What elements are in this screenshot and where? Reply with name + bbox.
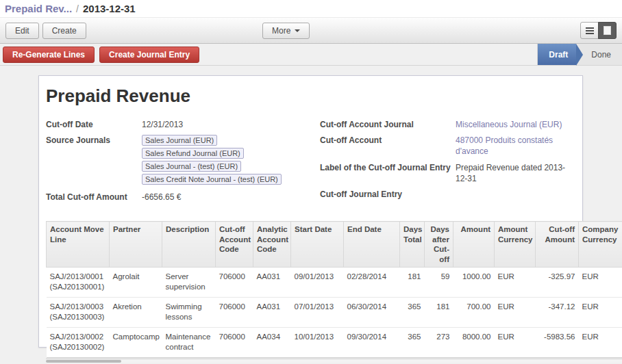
app-window: Prepaid Rev... / 2013-12-31 Edit Create …	[0, 0, 622, 364]
breadcrumb-current: 2013-12-31	[83, 3, 136, 14]
journal-tag: Sales Journal - (test) (EUR)	[142, 161, 241, 172]
table-row[interactable]: SAJ/2013/0002 (SAJ20130002) Camptocamp M…	[47, 327, 622, 357]
regenerate-lines-button[interactable]: Re-Generate Lines	[3, 47, 95, 63]
cell-amount: 8000.00	[453, 327, 495, 357]
status-done-label: Done	[591, 50, 611, 60]
cell-amount-currency: EUR	[495, 327, 536, 357]
cutoff-account-label: Cut-off Account	[320, 135, 456, 157]
field-group-left: Cut-off Date 12/31/2013 Source Journals …	[46, 119, 314, 207]
form-view-icon	[604, 26, 611, 35]
col-description: Description	[162, 222, 216, 268]
breadcrumb-parent-link[interactable]: Prepaid Rev...	[5, 3, 72, 14]
journal-tag: Sales Refund Journal (EUR)	[142, 148, 244, 159]
more-dropdown-button[interactable]: More	[262, 23, 310, 39]
cell-cutoff-amount: -325.97	[536, 267, 579, 297]
field-cutoff-journal-entry: Cut-off Journal Entry	[320, 189, 580, 199]
toolbar: Edit Create More	[0, 17, 622, 44]
table-row[interactable]: SAJ/2013/0003 (SAJ20130003) Akretion Swi…	[47, 297, 622, 327]
cutoff-date-label: Cut-off Date	[46, 119, 142, 130]
cell-account-code: 706000	[216, 327, 253, 357]
cell-move-line: SAJ/2013/0001 (SAJ20130001)	[47, 267, 110, 297]
list-view-button[interactable]	[580, 22, 599, 39]
cutoff-journal-entry-value	[456, 189, 573, 199]
cell-days-total: 181	[400, 267, 425, 297]
list-view-icon	[586, 27, 594, 34]
field-cutoff-account-journal: Cut-off Account Journal Miscellaneous Jo…	[320, 119, 580, 130]
cell-analytic-code: AA034	[253, 327, 291, 357]
edit-button[interactable]: Edit	[5, 23, 39, 39]
content-area: Prepaid Revenue Cut-off Date 12/31/2013 …	[0, 66, 622, 364]
cutoff-account-journal-label: Cut-off Account Journal	[320, 119, 456, 130]
cell-partner: Camptocamp	[110, 327, 162, 357]
cell-description: Server supervision	[162, 267, 216, 297]
total-cutoff-amount-label: Total Cut-off Amount	[46, 192, 142, 203]
cell-move-line: SAJ/2013/0003 (SAJ20130003)	[47, 297, 110, 327]
status-step-draft[interactable]: Draft	[538, 44, 576, 65]
cell-days-total: 365	[400, 297, 425, 327]
cell-account-code: 706000	[216, 297, 253, 327]
col-partner: Partner	[110, 222, 162, 268]
col-analytic-account-code: Analytic Account Code	[253, 222, 291, 268]
table-row[interactable]: SAJ/2013/0001 (SAJ20130001) Agrolait Ser…	[47, 267, 622, 297]
status-step-done[interactable]: Done	[576, 44, 622, 65]
cutoff-account-journal-link[interactable]: Miscellaneous Journal (EUR)	[456, 119, 573, 130]
cell-account-code: 706000	[216, 267, 253, 297]
col-start-date: Start Date	[291, 222, 344, 268]
cell-days-total: 365	[400, 327, 425, 357]
cell-company-currency: EUR	[579, 297, 622, 327]
field-cutoff-account: Cut-off Account 487000 Produits constaté…	[320, 135, 580, 157]
action-bar: Re-Generate Lines Create Journal Entry D…	[0, 44, 622, 66]
cell-amount-currency: EUR	[495, 297, 536, 327]
breadcrumb-separator: /	[76, 3, 79, 14]
cell-start-date: 10/01/2013	[291, 327, 344, 357]
field-journal-entry-label: Label of the Cut-off Journal Entry Prepa…	[320, 162, 580, 184]
journal-tag: Sales Journal (EUR)	[142, 135, 217, 146]
cell-description: Maintenance contract	[162, 327, 216, 357]
table-header-row: Account Move Line Partner Description Cu…	[47, 222, 622, 268]
field-groups: Cut-off Date 12/31/2013 Source Journals …	[46, 119, 582, 207]
col-amount: Amount	[453, 222, 495, 268]
cell-partner: Akretion	[110, 297, 162, 327]
cutoff-account-link[interactable]: 487000 Produits constatés d'avance	[456, 135, 573, 157]
cell-analytic-code: AA031	[253, 297, 291, 327]
col-days-total: Days Total	[400, 222, 425, 268]
status-draft-label: Draft	[549, 50, 568, 60]
col-account-move-line: Account Move Line	[47, 222, 110, 268]
col-amount-currency: Amount Currency	[495, 222, 536, 268]
statusbar: Draft Done	[537, 44, 622, 65]
create-button[interactable]: Create	[42, 23, 86, 39]
breadcrumb: Prepaid Rev... / 2013-12-31	[0, 0, 622, 17]
more-label: More	[272, 26, 290, 36]
action-buttons: Re-Generate Lines Create Journal Entry	[0, 44, 199, 65]
journal-entry-label-label: Label of the Cut-off Journal Entry	[320, 162, 456, 184]
cell-end-date: 06/30/2014	[344, 297, 400, 327]
horizontal-scrollbar-thumb[interactable]	[46, 360, 121, 363]
cutoff-journal-entry-label: Cut-off Journal Entry	[320, 189, 456, 199]
cell-end-date: 02/28/2014	[344, 267, 400, 297]
cell-cutoff-amount: -5983.56	[536, 327, 579, 357]
cutoff-date-value: 12/31/2013	[142, 119, 260, 130]
field-total-cutoff-amount: Total Cut-off Amount -6656.65 €	[46, 192, 314, 203]
field-group-right: Cut-off Account Journal Miscellaneous Jo…	[320, 119, 580, 207]
create-journal-entry-button[interactable]: Create Journal Entry	[99, 47, 199, 63]
col-cutoff-account-code: Cut-off Account Code	[216, 222, 253, 268]
view-switcher	[580, 22, 617, 39]
source-journals-label: Source Journals	[46, 135, 142, 187]
cell-amount-currency: EUR	[495, 267, 536, 297]
cell-start-date: 09/01/2013	[291, 267, 344, 297]
cell-end-date: 09/30/2014	[344, 327, 400, 357]
cell-description: Swimming lessons	[162, 297, 216, 327]
form-view-button[interactable]	[598, 22, 617, 39]
cell-move-line: SAJ/2013/0002 (SAJ20130002)	[47, 327, 110, 357]
chevron-down-icon	[295, 29, 300, 32]
col-days-after-cutoff: Days after Cut-off	[425, 222, 453, 268]
field-source-journals: Source Journals Sales Journal (EUR) Sale…	[46, 135, 314, 187]
cutoff-lines-table-wrap: Account Move Line Partner Description Cu…	[46, 221, 622, 362]
cell-amount: 1000.00	[453, 267, 495, 297]
source-journals-tags: Sales Journal (EUR) Sales Refund Journal…	[142, 135, 313, 187]
cell-partner: Agrolait	[110, 267, 162, 297]
journal-tag: Sales Credit Note Journal - (test) (EUR)	[142, 174, 282, 185]
total-cutoff-amount-value: -6656.65 €	[142, 192, 260, 203]
cell-analytic-code: AA031	[253, 267, 291, 297]
cutoff-lines-table: Account Move Line Partner Description Cu…	[46, 221, 622, 357]
